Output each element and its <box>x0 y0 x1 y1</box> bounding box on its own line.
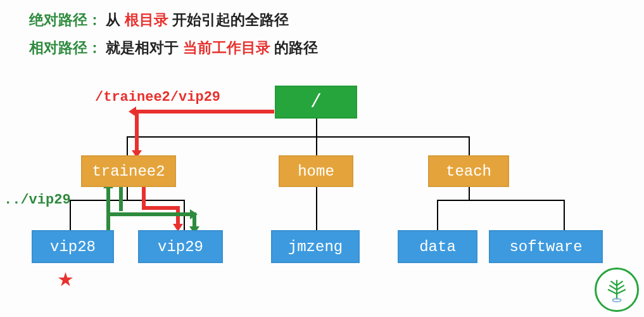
node-vip29: vip29 <box>138 230 223 263</box>
term-absolute: 绝对路径： <box>29 11 102 28</box>
definition-relative: 相对路径： 就是相对于 当前工作目录 的路径 <box>29 34 318 62</box>
abs-p1: 从 <box>106 11 120 28</box>
abs-path-segment <box>142 206 180 210</box>
rel-p1: 就是相对于 <box>106 39 179 56</box>
abs-path-segment <box>135 110 274 113</box>
svg-point-0 <box>612 299 621 302</box>
connector <box>437 200 564 201</box>
connector <box>316 187 317 230</box>
node-vip28: vip28 <box>32 230 114 263</box>
node-data: data <box>398 230 477 263</box>
connector <box>437 200 438 230</box>
abs-path-segment <box>135 110 139 154</box>
filesystem-tree-diagram: /trainee2/vip29 ../vip29 / trainee2 home… <box>0 79 644 317</box>
connector <box>127 136 128 155</box>
node-jmzeng: jmzeng <box>271 230 360 263</box>
connector <box>70 200 184 201</box>
definitions-block: 绝对路径： 从 根目录 开始引起的全路径 相对路径： 就是相对于 当前工作目录 … <box>29 6 318 61</box>
term-relative: 相对路径： <box>29 39 102 56</box>
connector <box>127 136 469 138</box>
tree-icon <box>603 276 631 304</box>
rel-p2: 的路径 <box>274 39 318 56</box>
connector <box>316 119 317 136</box>
rel-path-segment <box>119 187 123 211</box>
biotrainee-logo <box>595 268 639 312</box>
connector <box>469 187 470 200</box>
definition-absolute: 绝对路径： 从 根目录 开始引起的全路径 <box>29 6 318 34</box>
node-trainee2: trainee2 <box>81 155 176 187</box>
abs-path-label: /trainee2/vip29 <box>95 89 220 105</box>
node-root: / <box>275 86 357 119</box>
rel-path-segment <box>106 212 193 216</box>
rel-highlight: 当前工作目录 <box>183 39 270 56</box>
rel-path-label: ../vip29 <box>4 192 71 208</box>
abs-highlight: 根目录 <box>125 11 168 28</box>
current-dir-star-icon: ★ <box>57 268 74 290</box>
abs-p2: 开始引起的全路径 <box>172 11 289 28</box>
node-home: home <box>279 155 353 187</box>
node-teach: teach <box>428 155 509 187</box>
connector <box>127 187 128 200</box>
node-software: software <box>489 230 603 263</box>
rel-path-segment <box>106 187 110 231</box>
connector <box>564 200 565 230</box>
connector <box>316 136 317 155</box>
connector <box>469 136 470 155</box>
